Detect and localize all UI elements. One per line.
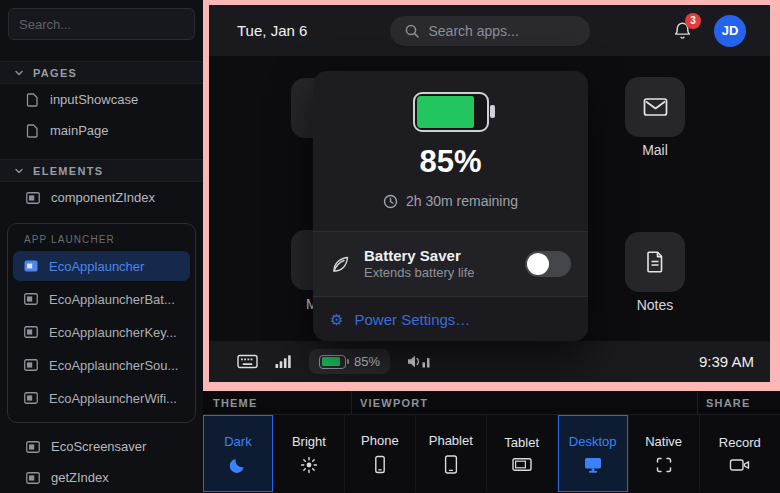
clock-icon <box>383 194 398 209</box>
mail-icon <box>643 97 668 117</box>
fullscreen-corners-icon <box>655 456 673 474</box>
sidebar-item-ecoapplauncher[interactable]: EcoApplauncher <box>13 251 190 281</box>
button-label: Record <box>719 435 761 450</box>
keyboard-icon[interactable] <box>237 353 258 370</box>
sidebar-item-ecoapplauncherwifi[interactable]: EcoApplauncherWifi... <box>13 383 190 413</box>
battery-icon-small <box>319 355 346 369</box>
sidebar-item-componentzindex[interactable]: componentZIndex <box>0 182 203 213</box>
sidebar-item-label: EcoApplauncherBat... <box>49 292 175 307</box>
moon-icon <box>229 456 247 474</box>
battery-remaining: 2h 30m remaining <box>383 193 518 209</box>
section-header-pages[interactable]: PAGES <box>0 61 203 84</box>
date-label: Tue, Jan 6 <box>237 22 307 39</box>
tablet-icon <box>512 457 532 472</box>
sidebar-item-getzindex[interactable]: getZIndex <box>0 462 203 493</box>
sidebar-item-ecoscreensaver[interactable]: EcoScreensaver <box>0 431 203 462</box>
brightness-icon <box>300 456 318 474</box>
battery-icon <box>413 92 489 132</box>
viewport-tablet-button[interactable]: Tablet <box>487 415 558 492</box>
signal-icon[interactable] <box>275 354 292 369</box>
component-icon <box>24 293 38 305</box>
sidebar-item-label: EcoApplauncher <box>49 259 144 274</box>
preview-statusbar: 85% 9:39 AM <box>209 341 770 382</box>
phone-icon <box>371 455 389 474</box>
toolbar-headers: THEME VIEWPORT SHARE <box>203 391 780 415</box>
toolbar-buttons: Dark Bright Phone Phablet Tablet <box>203 415 780 492</box>
component-icon <box>26 441 40 453</box>
bottom-toolbar: THEME VIEWPORT SHARE Dark Bright Phone P… <box>203 391 780 493</box>
share-record-button[interactable]: Record <box>700 415 780 492</box>
battery-saver-title: Battery Saver <box>364 247 475 266</box>
sidebar-search-input[interactable] <box>8 8 195 40</box>
viewport-section-label: VIEWPORT <box>360 397 428 409</box>
viewport-desktop-button[interactable]: Desktop <box>558 415 629 492</box>
button-label: Phablet <box>429 433 473 448</box>
file-icon <box>26 93 39 107</box>
app-tile-mail[interactable] <box>625 77 685 137</box>
button-label: Dark <box>224 434 251 449</box>
power-settings-label: Power Settings… <box>354 311 470 328</box>
sidebar-item-inputshowcase[interactable]: inputShowcase <box>0 84 203 115</box>
avatar[interactable]: JD <box>714 15 746 47</box>
volume-icon[interactable] <box>407 354 432 369</box>
battery-popup: 85% 2h 30m remaining Battery Saver Ex <box>313 71 588 341</box>
sidebar-item-label: getZIndex <box>51 470 109 485</box>
component-icon <box>24 392 38 404</box>
tile-label-notes: Notes <box>625 297 685 313</box>
component-icon <box>26 472 40 484</box>
battery-percent: 85% <box>419 144 481 180</box>
button-label: Tablet <box>504 435 539 450</box>
button-label: Desktop <box>569 434 617 449</box>
sidebar-item-label: mainPage <box>50 123 109 138</box>
sidebar-item-label: componentZIndex <box>51 190 155 205</box>
viewport-phone-button[interactable]: Phone <box>345 415 416 492</box>
theme-bright-button[interactable]: Bright <box>274 415 345 492</box>
leaf-icon <box>330 254 351 275</box>
viewport-native-button[interactable]: Native <box>629 415 700 492</box>
app-launcher-preview: Tue, Jan 6 Search apps... 3 JD M <box>209 5 770 382</box>
battery-saver-row: Battery Saver Extends battery life <box>313 231 588 297</box>
sidebar-item-label: EcoApplauncherSou... <box>49 358 178 373</box>
section-label: PAGES <box>33 67 77 79</box>
battery-fill <box>417 96 475 128</box>
preview-frame: Tue, Jan 6 Search apps... 3 JD M <box>203 0 780 391</box>
battery-fill-small <box>322 357 341 366</box>
sidebar-item-ecoapplauncherbat[interactable]: EcoApplauncherBat... <box>13 284 190 314</box>
theme-section-label: THEME <box>213 397 258 409</box>
sidebar-item-label: inputShowcase <box>50 92 138 107</box>
theme-dark-button[interactable]: Dark <box>203 415 274 492</box>
notification-badge: 3 <box>685 13 701 29</box>
app-search-input[interactable]: Search apps... <box>390 16 590 46</box>
sidebar: PAGES inputShowcase mainPage ELEMENTS co… <box>0 0 203 493</box>
sidebar-item-label: EcoScreensaver <box>51 439 146 454</box>
file-icon <box>26 124 39 138</box>
app-grid: M Mail Notes 85% <box>209 56 770 341</box>
share-section-label: SHARE <box>706 397 751 409</box>
battery-saver-subtitle: Extends battery life <box>364 265 475 281</box>
power-settings-link[interactable]: ⚙ Power Settings… <box>313 297 588 341</box>
button-label: Phone <box>361 433 399 448</box>
chevron-down-icon <box>14 166 24 176</box>
battery-popup-summary: 85% 2h 30m remaining <box>313 71 588 231</box>
gear-icon: ⚙ <box>330 312 343 327</box>
component-icon <box>24 326 38 338</box>
notifications-button[interactable]: 3 <box>673 21 692 41</box>
sidebar-item-mainpage[interactable]: mainPage <box>0 115 203 146</box>
section-header-elements[interactable]: ELEMENTS <box>0 159 203 182</box>
battery-saver-toggle[interactable] <box>525 251 571 277</box>
sidebar-search <box>0 0 203 48</box>
button-label: Native <box>645 434 682 449</box>
section-label: ELEMENTS <box>33 165 103 177</box>
sidebar-item-ecoapplaunchersou[interactable]: EcoApplauncherSou... <box>13 350 190 380</box>
app-tile-notes[interactable] <box>625 232 685 292</box>
header-divider <box>697 391 698 414</box>
sidebar-item-ecoapplauncherkey[interactable]: EcoApplauncherKey... <box>13 317 190 347</box>
tile-label-mail: Mail <box>625 142 685 158</box>
statusbar-battery-percent: 85% <box>354 354 380 369</box>
sidebar-item-label: EcoApplauncherWifi... <box>49 391 177 406</box>
statusbar-battery[interactable]: 85% <box>309 349 390 374</box>
search-placeholder: Search apps... <box>429 23 519 39</box>
video-camera-icon <box>729 457 750 473</box>
battery-saver-texts: Battery Saver Extends battery life <box>364 247 475 282</box>
viewport-phablet-button[interactable]: Phablet <box>416 415 487 492</box>
